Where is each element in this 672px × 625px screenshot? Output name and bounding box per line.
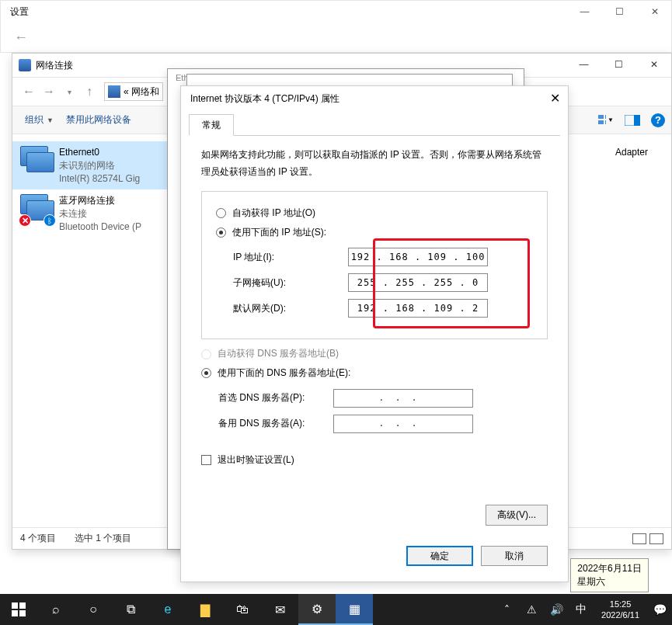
tab-general[interactable]: 常规 (189, 114, 234, 136)
nav-fwd-icon[interactable]: → (39, 85, 59, 99)
explorer-close[interactable]: ✕ (636, 54, 671, 75)
adapter-name: 蓝牙网络连接 (59, 194, 141, 207)
ipv4-description: 如果网络支持此功能，则可以获取自动指派的 IP 设置。否则，你需要从网络系统管理… (201, 147, 548, 180)
svg-rect-0 (598, 115, 604, 119)
input-ip-address[interactable]: 192 . 168 . 109 . 100 (348, 248, 488, 266)
network-folder-icon (19, 59, 31, 71)
ipv4-dialog-title: Internet 协议版本 4 (TCP/IPv4) 属性 (190, 92, 339, 106)
adapter-status: 未识别的网络 (59, 159, 140, 172)
nav-up-icon[interactable]: ↑ (79, 85, 99, 99)
view-mode-icon[interactable]: ▼ (598, 113, 614, 128)
label-subnet-mask: 子网掩码(U): (216, 275, 348, 292)
explorer-minimize[interactable]: — (566, 54, 601, 75)
toolbar-disable-device[interactable]: 禁用此网络设备 (60, 110, 138, 130)
svg-rect-9 (19, 610, 26, 616)
taskbar-settings-icon[interactable]: ⚙ (298, 594, 336, 625)
svg-rect-8 (12, 610, 18, 616)
radio-auto-dns: 自动获得 DNS 服务器地址(B) (201, 345, 548, 363)
svg-rect-3 (605, 120, 606, 124)
adapter-device: Intel(R) 82574L Gig (59, 172, 140, 186)
ipv4-close-button[interactable]: ✕ (550, 91, 560, 106)
taskbar-store-icon[interactable]: 🛍 (224, 594, 261, 625)
taskbar-explorer-icon[interactable]: ▇ (186, 594, 224, 625)
tray-volume-icon[interactable]: 🔊 (544, 594, 569, 625)
breadcrumb: 网络和 (131, 85, 159, 99)
tray-notifications-icon[interactable]: 💬 (647, 594, 672, 625)
status-selected: 选中 1 个项目 (75, 532, 131, 545)
label-ip-address: IP 地址(I): (216, 249, 348, 266)
details-view-icon[interactable] (632, 533, 646, 544)
label-validate: 退出时验证设置(L) (218, 452, 294, 469)
start-button[interactable] (0, 594, 37, 625)
settings-minimize[interactable]: — (567, 0, 602, 23)
address-icon (108, 85, 120, 98)
address-bar[interactable]: « 网络和 (104, 82, 163, 101)
disconnected-icon: ✕ (19, 214, 31, 227)
tray-chevron-icon[interactable]: ˄ (494, 594, 519, 625)
advanced-button[interactable]: 高级(V)... (486, 505, 548, 526)
radio-manual-dns[interactable]: 使用下面的 DNS 服务器地址(E): (201, 365, 548, 382)
svg-rect-5 (634, 115, 640, 126)
bluetooth-icon: ᛒ (44, 214, 56, 227)
adapter-list: Ethernet0 未识别的网络 Intel(R) 82574L Gig ✕ ᛒ… (12, 135, 177, 527)
clock-tooltip: 2022年6月11日 星期六 (570, 558, 649, 592)
checkbox-validate[interactable] (201, 455, 211, 465)
right-pane-label: Adapter (615, 147, 648, 158)
label-default-gateway: 默认网关(D): (216, 300, 348, 318)
settings-window: 设置 — ☐ ✕ ← (0, 0, 672, 53)
adapter-ethernet0[interactable]: Ethernet0 未识别的网络 Intel(R) 82574L Gig (12, 141, 177, 189)
taskbar: ⌕ ○ ⧉ e ▇ 🛍 ✉ ⚙ ▦ ˄ ⚠ 🔊 中 15:252022/6/11… (0, 594, 672, 625)
preview-pane-icon[interactable] (625, 113, 640, 128)
toolbar-organize[interactable]: 组织▼ (19, 110, 60, 130)
help-icon[interactable]: ? (651, 113, 665, 127)
input-dns-secondary[interactable]: ... (333, 415, 473, 433)
label-dns-primary: 首选 DNS 服务器(P): (201, 390, 333, 407)
svg-rect-7 (19, 602, 26, 609)
settings-close[interactable]: ✕ (637, 0, 672, 23)
adapter-name: Ethernet0 (59, 146, 140, 159)
radio-auto-ip[interactable]: 自动获得 IP 地址(O) (216, 205, 533, 222)
label-dns-secondary: 备用 DNS 服务器(A): (201, 415, 333, 432)
settings-back-icon[interactable]: ← (14, 30, 28, 46)
nav-history-icon[interactable]: ▾ (59, 88, 79, 96)
explorer-title: 网络连接 (36, 59, 73, 72)
svg-rect-1 (605, 115, 606, 119)
cancel-button[interactable]: 取消 (481, 546, 548, 566)
breadcrumb-prefix: « (124, 86, 129, 97)
ok-button[interactable]: 确定 (406, 546, 473, 566)
nav-back-icon[interactable]: ← (19, 85, 39, 99)
input-default-gateway[interactable]: 192 . 168 . 109 . 2 (348, 299, 488, 318)
svg-rect-2 (598, 120, 604, 124)
tray-network-icon[interactable]: ⚠ (519, 594, 544, 625)
adapter-bluetooth[interactable]: ✕ ᛒ 蓝牙网络连接 未连接 Bluetooth Device (P (12, 189, 177, 238)
settings-maximize[interactable]: ☐ (602, 0, 637, 23)
taskbar-search-icon[interactable]: ⌕ (37, 594, 75, 625)
taskbar-cortana-icon[interactable]: ○ (75, 594, 112, 625)
adapter-device: Bluetooth Device (P (59, 220, 141, 234)
input-subnet-mask[interactable]: 255 . 255 . 255 . 0 (348, 273, 488, 292)
input-dns-primary[interactable]: ... (333, 389, 473, 408)
icons-view-icon[interactable] (649, 533, 663, 544)
taskbar-mail-icon[interactable]: ✉ (261, 594, 298, 625)
taskbar-edge-icon[interactable]: e (149, 594, 186, 625)
radio-manual-ip[interactable]: 使用下面的 IP 地址(S): (216, 224, 533, 241)
explorer-maximize[interactable]: ☐ (601, 54, 636, 75)
taskbar-control-panel-icon[interactable]: ▦ (336, 594, 373, 625)
taskbar-taskview-icon[interactable]: ⧉ (112, 594, 149, 625)
taskbar-clock[interactable]: 15:252022/6/11 (594, 599, 647, 621)
tray-ime-icon[interactable]: 中 (569, 594, 594, 625)
adapter-status: 未连接 (59, 207, 141, 220)
ipv4-properties-dialog: Internet 协议版本 4 (TCP/IPv4) 属性 ✕ 常规 如果网络支… (180, 85, 569, 582)
status-item-count: 4 个项目 (20, 532, 56, 545)
svg-rect-6 (12, 602, 18, 609)
